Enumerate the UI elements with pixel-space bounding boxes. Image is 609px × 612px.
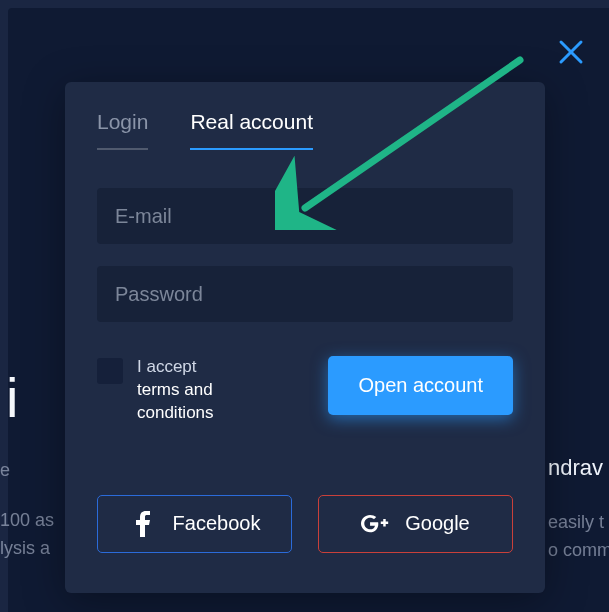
bg-text-frag: easily t — [548, 512, 604, 533]
google-plus-icon — [361, 510, 389, 538]
facebook-icon — [129, 510, 157, 538]
bg-text-frag: e — [0, 460, 10, 481]
email-field[interactable] — [97, 188, 513, 244]
password-field[interactable] — [97, 266, 513, 322]
bg-text-frag: o comm — [548, 540, 609, 561]
close-button[interactable] — [557, 38, 585, 66]
google-label: Google — [405, 512, 470, 535]
terms-link[interactable]: terms and conditions — [137, 379, 277, 425]
terms-block: I accept terms and conditions — [97, 356, 277, 425]
tab-real-account[interactable]: Real account — [190, 110, 313, 150]
bg-heading: w i — [0, 365, 18, 430]
social-buttons: Facebook Google — [97, 495, 513, 553]
facebook-button[interactable]: Facebook — [97, 495, 292, 553]
bg-text-frag: lysis a — [0, 538, 50, 559]
terms-checkbox[interactable] — [97, 358, 123, 384]
terms-text: I accept terms and conditions — [137, 356, 277, 425]
tabs: Login Real account — [97, 110, 513, 150]
close-icon — [557, 38, 585, 66]
open-account-button[interactable]: Open account — [328, 356, 513, 415]
facebook-label: Facebook — [173, 512, 261, 535]
tab-login[interactable]: Login — [97, 110, 148, 150]
terms-prefix: I accept — [137, 357, 197, 376]
terms-row: I accept terms and conditions Open accou… — [97, 356, 513, 425]
google-button[interactable]: Google — [318, 495, 513, 553]
bg-text-frag: 100 as — [0, 510, 54, 531]
signup-modal: Login Real account I accept terms and co… — [65, 82, 545, 593]
bg-text-frag: ndrav — [548, 455, 603, 481]
